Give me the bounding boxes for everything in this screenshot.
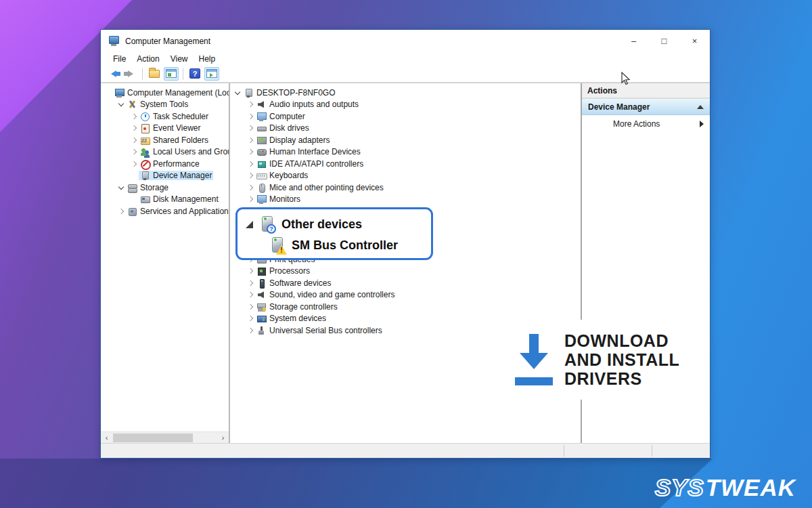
device-category-row[interactable]: Processors <box>230 266 311 278</box>
chevron-icon[interactable] <box>246 195 254 203</box>
chevron-icon[interactable] <box>246 303 254 311</box>
menu-action[interactable]: Action <box>131 54 164 64</box>
chevron-icon[interactable] <box>246 112 254 121</box>
submenu-arrow-icon <box>700 121 704 127</box>
tree-row[interactable]: Device Manager <box>101 170 213 182</box>
device-category-label: Computer <box>269 112 305 121</box>
chevron-icon[interactable] <box>246 136 254 144</box>
tree-row[interactable]: Local Users and Groups <box>101 146 230 158</box>
device-category-row[interactable]: Storage controllers <box>230 301 339 313</box>
console-tree-toggle-button[interactable] <box>164 67 179 81</box>
chevron-icon[interactable] <box>130 112 138 121</box>
system-devices-icon <box>256 314 267 323</box>
tree-row[interactable]: Event Viewer <box>101 123 202 135</box>
device-category-row[interactable]: Keyboards <box>230 170 309 182</box>
chevron-icon[interactable] <box>246 267 254 275</box>
device-category-row[interactable]: Sound, video and game controllers <box>230 289 396 301</box>
chevron-icon[interactable] <box>246 148 254 156</box>
tree-row[interactable]: Computer Management (Local <box>101 87 230 99</box>
chevron-icon[interactable] <box>117 100 125 108</box>
horizontal-scrollbar[interactable]: ‹ › <box>101 431 229 443</box>
disk-management-icon <box>140 194 150 204</box>
chevron-icon[interactable] <box>246 184 254 192</box>
warning-device-icon <box>269 236 286 255</box>
keyboards-icon <box>256 171 267 180</box>
help-button[interactable]: ? <box>187 67 202 81</box>
chevron-icon[interactable] <box>246 160 254 168</box>
tree-item-label: Device Manager <box>153 171 212 180</box>
chevron-icon[interactable] <box>246 291 254 299</box>
sm-bus-controller-label: SM Bus Controller <box>292 238 398 253</box>
expanded-triangle-icon[interactable] <box>246 221 253 228</box>
chevron-icon[interactable] <box>246 124 254 132</box>
system-tools-icon <box>127 100 137 109</box>
actions-group-device-manager[interactable]: Device Manager <box>582 99 710 115</box>
menu-bar: File Action View Help <box>101 52 710 65</box>
device-category-row[interactable]: Mice and other pointing devices <box>230 182 385 194</box>
tree-row[interactable]: Disk Management <box>101 194 220 206</box>
device-category-label: Processors <box>269 266 310 276</box>
status-bar-separator <box>564 445 564 457</box>
minimize-button[interactable]: – <box>618 30 649 52</box>
device-category-row[interactable]: IDE ATA/ATAPI controllers <box>230 158 365 170</box>
chevron-icon[interactable] <box>117 184 125 192</box>
device-category-row[interactable]: Computer <box>230 110 307 123</box>
forward-button[interactable] <box>123 67 138 81</box>
console-tree-pane: Computer Management (Local System Tools <box>101 83 230 443</box>
device-category-row[interactable]: Audio inputs and outputs <box>230 99 360 111</box>
device-category-row[interactable]: Monitors <box>230 194 302 206</box>
chevron-icon[interactable] <box>246 326 254 335</box>
more-actions-item[interactable]: More Actions <box>582 115 710 133</box>
close-button[interactable]: × <box>679 30 710 52</box>
event-viewer-icon <box>140 123 150 133</box>
tree-item-label: Local Users and Groups <box>153 147 230 156</box>
collapse-arrow-icon[interactable] <box>697 105 704 109</box>
computer-name-label: DESKTOP-F8NF0GO <box>256 88 335 98</box>
scroll-left-arrow[interactable]: ‹ <box>101 433 112 442</box>
sound-video-game-icon <box>256 290 267 299</box>
action-pane-icon <box>206 69 217 78</box>
other-devices-row[interactable]: Other devices <box>246 214 424 235</box>
up-folder-button[interactable] <box>147 67 162 81</box>
chevron-icon[interactable] <box>130 160 138 168</box>
chevron-icon[interactable] <box>117 207 125 215</box>
computer-management-window: Computer Management – □ × File Action Vi… <box>100 29 710 459</box>
device-category-row[interactable]: Display adapters <box>230 134 331 146</box>
tree-item-label: Computer Management (Local <box>127 88 230 98</box>
menu-file[interactable]: File <box>108 54 131 64</box>
device-category-label: Human Interface Devices <box>269 147 361 156</box>
device-category-label: Audio inputs and outputs <box>269 100 359 109</box>
scroll-right-arrow[interactable]: › <box>217 433 229 442</box>
chevron-icon[interactable] <box>246 100 254 108</box>
chevron-icon[interactable] <box>233 89 242 97</box>
chevron-icon[interactable] <box>130 124 138 132</box>
device-category-row[interactable]: Universal Serial Bus controllers <box>230 324 384 337</box>
tree-row[interactable]: Services and Applications <box>101 205 230 217</box>
chevron-icon[interactable] <box>130 136 138 144</box>
tree-row[interactable]: Shared Folders <box>101 134 210 146</box>
chevron-icon[interactable] <box>130 148 138 156</box>
menu-help[interactable]: Help <box>194 54 221 64</box>
chevron-icon[interactable] <box>246 314 254 322</box>
action-pane-toggle-button[interactable] <box>204 67 219 81</box>
scrollbar-thumb[interactable] <box>113 433 193 442</box>
device-category-row[interactable]: Software devices <box>230 277 332 289</box>
tree-row[interactable]: System Tools <box>101 99 189 111</box>
shared-folders-icon <box>140 135 150 145</box>
maximize-button[interactable]: □ <box>649 30 679 52</box>
title-bar: Computer Management – □ × <box>101 30 710 52</box>
storage-controllers-icon <box>256 302 267 312</box>
device-category-row[interactable]: Disk drives <box>230 123 311 135</box>
status-bar-separator <box>652 445 652 457</box>
tree-row[interactable]: Storage <box>101 182 170 194</box>
chevron-icon[interactable] <box>246 279 254 287</box>
sm-bus-controller-row[interactable]: SM Bus Controller <box>269 235 424 256</box>
tree-row[interactable]: Performance <box>101 158 201 170</box>
tree-row-root[interactable]: DESKTOP-F8NF0GO <box>230 87 336 99</box>
menu-view[interactable]: View <box>165 54 194 64</box>
tree-row[interactable]: Task Scheduler <box>101 110 210 123</box>
back-button[interactable] <box>106 67 121 81</box>
chevron-icon[interactable] <box>246 171 254 179</box>
device-category-row[interactable]: System devices <box>230 313 328 325</box>
device-category-row[interactable]: Human Interface Devices <box>230 146 362 158</box>
